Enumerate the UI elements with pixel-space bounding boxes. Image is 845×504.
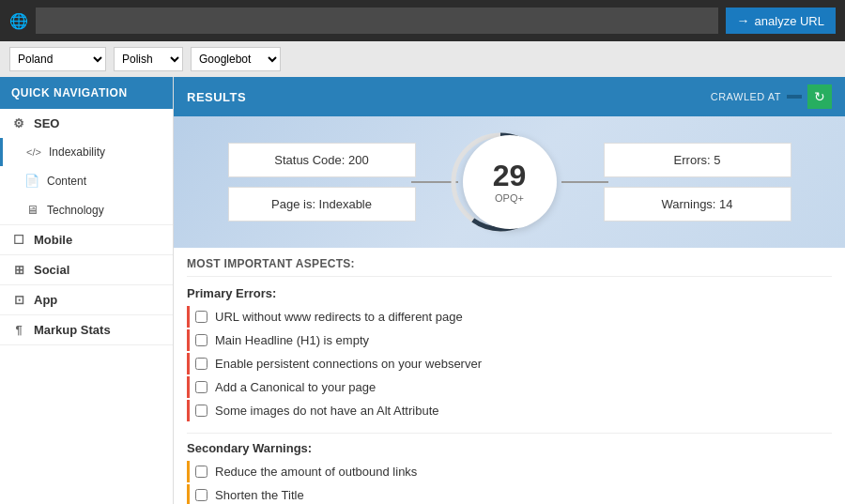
sidebar-label-seo: SEO: [34, 116, 59, 130]
score-section: Status Code: 200 Page is: Indexable 29 O…: [174, 116, 845, 248]
seo-icon: ⚙: [11, 116, 26, 130]
secondary-warnings-section: Secondary Warnings: Reduce the amount of…: [187, 441, 832, 504]
indexability-icon: </>: [26, 146, 41, 158]
error-text-1: Main Headline (H1) is empty: [215, 333, 369, 347]
sidebar-section-social: ⊞ Social: [0, 255, 173, 285]
list-item: Main Headline (H1) is empty: [187, 329, 832, 351]
score-label: OPQ+: [495, 192, 524, 204]
sidebar-section-mobile: ☐ Mobile: [0, 225, 173, 255]
refresh-icon: ↻: [814, 89, 825, 104]
score-cards-left: Status Code: 200 Page is: Indexable: [228, 143, 416, 221]
content-icon: 📄: [24, 174, 39, 188]
score-circle-container: 29 OPQ+: [453, 135, 566, 229]
refresh-button[interactable]: ↻: [807, 84, 832, 109]
errors-text: Errors: 5: [674, 153, 721, 167]
error-checkbox-0[interactable]: [195, 311, 207, 323]
sidebar-section-app: ⊡ App: [0, 285, 173, 315]
list-item: Some images do not have an Alt Attribute: [187, 400, 832, 421]
primary-errors-title: Primary Errors:: [187, 286, 832, 300]
sidebar-item-social[interactable]: ⊞ Social: [0, 255, 173, 284]
list-item: URL without www redirects to a different…: [187, 306, 832, 328]
status-code-card: Status Code: 200: [228, 143, 416, 177]
mobile-icon: ☐: [11, 233, 26, 247]
error-text-3: Add a Canonical to your page: [215, 380, 376, 394]
sidebar-item-app[interactable]: ⊡ App: [0, 285, 173, 314]
bot-select[interactable]: Googlebot Bingbot Yahoo Slurp: [191, 47, 281, 71]
sidebar-label-markup: Markup Stats: [34, 323, 111, 337]
list-item: Reduce the amount of outbound links: [187, 461, 832, 482]
indexable-text: Page is: Indexable: [271, 197, 372, 211]
score-circle: 29 OPQ+: [463, 135, 557, 229]
globe-icon: 🌐: [9, 12, 28, 30]
sidebar-label-content: Content: [47, 175, 86, 188]
error-checkbox-3[interactable]: [195, 381, 207, 393]
sidebar-item-markup[interactable]: ¶ Markup Stats: [0, 315, 173, 344]
sidebar-item-seo[interactable]: ⚙ SEO: [0, 109, 173, 138]
crawled-at-label: CRAWLED AT: [711, 91, 781, 102]
secondary-warnings-title: Secondary Warnings:: [187, 441, 832, 455]
content-area: RESULTS CRAWLED AT ↻ Status Code: 200 Pa…: [174, 77, 845, 504]
errors-card: Errors: 5: [604, 143, 791, 177]
results-title: RESULTS: [187, 90, 246, 104]
markup-icon: ¶: [11, 323, 26, 337]
error-text-2: Enable persistent connections on your we…: [215, 357, 482, 371]
score-cards-right: Errors: 5 Warnings: 14: [604, 143, 791, 221]
error-text-4: Some images do not have an Alt Attribute: [215, 404, 438, 418]
section-divider: [187, 433, 832, 434]
primary-errors-section: Primary Errors: URL without www redirect…: [187, 286, 832, 421]
sidebar-label-technology: Technology: [47, 204, 104, 217]
warnings-text: Warnings: 14: [661, 197, 732, 211]
sidebar-label-social: Social: [34, 263, 69, 277]
analyze-arrow-icon: →: [737, 13, 750, 28]
warnings-card: Warnings: 14: [604, 187, 791, 221]
list-item: Shorten the Title: [187, 484, 832, 504]
error-checkbox-1[interactable]: [195, 334, 207, 346]
warning-text-1: Shorten the Title: [215, 488, 304, 502]
language-select[interactable]: Polish English German: [114, 47, 183, 71]
aspects-section: MOST IMPORTANT ASPECTS: Primary Errors: …: [174, 248, 845, 504]
warning-checkbox-0[interactable]: [195, 466, 207, 478]
sidebar: QUICK NAVIGATION ⚙ SEO </> Indexability …: [0, 77, 174, 504]
error-checkbox-2[interactable]: [195, 358, 207, 370]
sidebar-header: QUICK NAVIGATION: [0, 77, 173, 109]
sidebar-section-markup: ¶ Markup Stats: [0, 315, 173, 345]
top-bar: 🌐 → analyze URL: [0, 0, 845, 41]
sidebar-item-indexability[interactable]: </> Indexability: [0, 138, 173, 166]
dropdowns-row: Poland Germany United States Polish Engl…: [0, 41, 845, 77]
analyze-button[interactable]: → analyze URL: [726, 8, 836, 34]
score-number: 29: [493, 160, 527, 191]
warning-text-0: Reduce the amount of outbound links: [215, 465, 417, 479]
analyze-label: analyze URL: [755, 14, 824, 28]
error-text-0: URL without www redirects to a different…: [215, 310, 463, 324]
sidebar-label-mobile: Mobile: [34, 233, 72, 247]
main-layout: QUICK NAVIGATION ⚙ SEO </> Indexability …: [0, 77, 845, 504]
indexable-card: Page is: Indexable: [228, 187, 416, 221]
status-code-text: Status Code: 200: [274, 153, 368, 167]
results-header: RESULTS CRAWLED AT ↻: [174, 77, 845, 116]
sidebar-item-content[interactable]: 📄 Content: [0, 166, 173, 195]
sidebar-item-technology[interactable]: 🖥 Technology: [0, 195, 173, 224]
crawled-at-value: [787, 95, 802, 99]
technology-icon: 🖥: [24, 203, 39, 217]
warning-checkbox-1[interactable]: [195, 489, 207, 501]
error-checkbox-4[interactable]: [195, 405, 207, 417]
aspects-title: MOST IMPORTANT ASPECTS:: [187, 257, 832, 277]
country-select[interactable]: Poland Germany United States: [9, 47, 106, 71]
connector-right: [561, 181, 608, 183]
list-item: Enable persistent connections on your we…: [187, 353, 832, 374]
url-input[interactable]: [36, 8, 718, 34]
sidebar-label-app: App: [34, 293, 57, 307]
list-item: Add a Canonical to your page: [187, 376, 832, 398]
sidebar-item-mobile[interactable]: ☐ Mobile: [0, 225, 173, 254]
sidebar-label-indexability: Indexability: [49, 145, 105, 159]
app-icon: ⊡: [11, 293, 26, 307]
sidebar-section-seo: ⚙ SEO </> Indexability 📄 Content 🖥 Techn…: [0, 109, 173, 225]
social-icon: ⊞: [11, 263, 26, 277]
crawled-at-section: CRAWLED AT ↻: [711, 84, 832, 109]
